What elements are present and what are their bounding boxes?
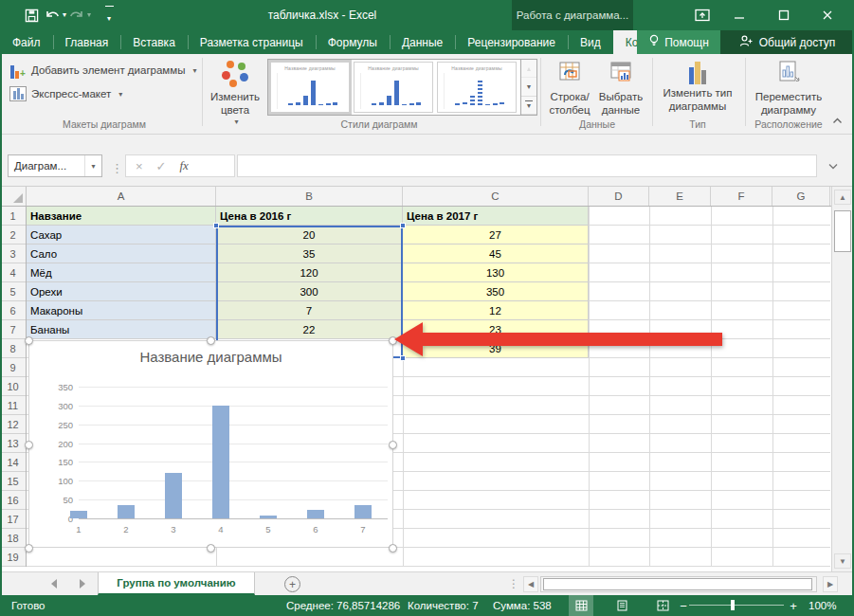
view-normal-icon[interactable]: [569, 595, 593, 616]
close-button[interactable]: [811, 0, 844, 30]
row-header-8[interactable]: 8: [0, 339, 26, 358]
view-page-layout-icon[interactable]: [609, 595, 634, 616]
row-header-1[interactable]: 1: [0, 207, 26, 226]
cell-C2[interactable]: 27: [403, 226, 589, 245]
row-header-12[interactable]: 12: [0, 415, 26, 434]
chart-bar-5[interactable]: [260, 516, 277, 518]
chart-resize-handle-1[interactable]: [207, 336, 215, 345]
row-header-17[interactable]: 17: [0, 510, 26, 529]
row-header-16[interactable]: 16: [0, 491, 26, 510]
redo-icon[interactable]: [66, 6, 87, 25]
column-header-A[interactable]: A: [27, 187, 216, 206]
hscroll-left-icon[interactable]: ◀: [523, 576, 538, 592]
cell-C6[interactable]: 12: [403, 301, 589, 320]
tab-Формулы[interactable]: Формулы: [316, 30, 390, 54]
zoom-slider-thumb[interactable]: [731, 600, 735, 610]
redo-dropdown-caret[interactable]: ▾: [87, 11, 91, 19]
chart-resize-handle-3[interactable]: [25, 441, 33, 449]
scroll-up-icon[interactable]: ▲: [834, 190, 851, 205]
move-chart-button[interactable]: Переместить диаграмму: [751, 60, 827, 117]
cell-A5[interactable]: Орехи: [27, 282, 216, 301]
row-header-6[interactable]: 6: [0, 301, 26, 320]
chart-bar-2[interactable]: [118, 505, 135, 518]
scroll-down-icon[interactable]: ▼: [834, 553, 851, 569]
tab-Рецензирование[interactable]: Рецензирование: [455, 30, 568, 54]
change-colors-button[interactable]: Изменить цвета: [205, 60, 265, 126]
sheet-tab-active[interactable]: Группа по умолчанию: [98, 572, 255, 595]
chart-style-thumbnail-style-3[interactable]: Название диаграммы: [435, 60, 518, 115]
chart-title[interactable]: Название диаграммы: [29, 349, 392, 365]
column-header-E[interactable]: E: [649, 187, 711, 206]
row-header-18[interactable]: 18: [0, 529, 26, 548]
row-header-5[interactable]: 5: [0, 282, 26, 301]
tab-Вставка[interactable]: Вставка: [120, 30, 188, 54]
formula-bar-expand-icon[interactable]: [823, 154, 844, 177]
gallery-scroll-up-icon[interactable]: ▲: [521, 60, 536, 78]
gallery-more-icon[interactable]: ▼: [521, 97, 536, 115]
column-header-G[interactable]: G: [772, 187, 830, 206]
customize-qat-icon[interactable]: ▾: [99, 6, 119, 25]
chart-resize-handle-6[interactable]: [207, 544, 215, 553]
zoom-out-icon[interactable]: −: [677, 595, 690, 616]
cell-C3[interactable]: 45: [403, 245, 589, 263]
tab-Вид[interactable]: Вид: [568, 30, 613, 54]
cell-A1[interactable]: Навзание: [27, 207, 216, 226]
undo-icon[interactable]: [42, 6, 63, 25]
switch-row-column-button[interactable]: Строка/ столбец: [546, 60, 593, 117]
tab-Данные[interactable]: Данные: [390, 30, 455, 54]
name-box[interactable]: Диаграм... ▾: [8, 154, 102, 177]
chart-resize-handle-0[interactable]: [25, 336, 33, 345]
name-box-caret-icon[interactable]: ▾: [84, 155, 101, 176]
chart-bar-4[interactable]: [212, 406, 229, 518]
cell-A3[interactable]: Сало: [27, 245, 216, 263]
zoom-in-icon[interactable]: +: [787, 595, 800, 616]
row-header-19[interactable]: 19: [0, 548, 26, 567]
minimize-button[interactable]: [723, 0, 755, 30]
zoom-slider[interactable]: [689, 605, 784, 606]
tab-Разметка страницы[interactable]: Разметка страницы: [188, 30, 316, 54]
row-header-15[interactable]: 15: [0, 472, 26, 491]
confirm-entry-icon[interactable]: ✓: [156, 159, 167, 173]
chart-resize-handle-4[interactable]: [389, 441, 397, 449]
cell-C5[interactable]: 350: [403, 282, 589, 301]
row-header-13[interactable]: 13: [0, 434, 26, 453]
row-header-11[interactable]: 11: [0, 396, 26, 415]
hscroll-drag-dots[interactable]: ⋮: [508, 577, 519, 590]
column-header-C[interactable]: C: [403, 187, 589, 206]
zoom-level[interactable]: 100%: [809, 595, 836, 616]
add-chart-element-button[interactable]: + Добавить элемент диаграммы: [9, 62, 196, 79]
sheet-nav-left-icon[interactable]: [51, 579, 57, 589]
sheet-nav-right-icon[interactable]: [80, 579, 85, 589]
hscroll-right-icon[interactable]: ▶: [823, 576, 838, 592]
row-header-10[interactable]: 10: [0, 377, 26, 396]
cell-A4[interactable]: Мёд: [27, 263, 216, 282]
vertical-scroll-thumb[interactable]: [834, 210, 851, 252]
vertical-scrollbar[interactable]: ▲ ▼: [831, 187, 852, 571]
insert-function-icon[interactable]: fx: [180, 158, 189, 173]
chart-resize-handle-5[interactable]: [25, 544, 33, 553]
ribbon-display-options-icon[interactable]: [686, 0, 718, 30]
tab-Главная[interactable]: Главная: [53, 30, 121, 54]
row-header-14[interactable]: 14: [0, 453, 26, 472]
cell-C1[interactable]: Цена в 2017 г: [403, 207, 589, 226]
row-header-4[interactable]: 4: [0, 263, 26, 282]
cancel-entry-icon[interactable]: ×: [136, 159, 143, 173]
cell-A6[interactable]: Макароны: [27, 301, 216, 320]
maximize-button[interactable]: [768, 0, 800, 30]
change-chart-type-button[interactable]: Изменить тип диаграммы: [658, 60, 737, 114]
column-header-D[interactable]: D: [589, 187, 649, 206]
range-handle-top-left[interactable]: [213, 223, 219, 228]
chart-bar-3[interactable]: [165, 473, 182, 518]
cell-B1[interactable]: Цена в 2016 г: [216, 207, 403, 226]
cell-C4[interactable]: 130: [403, 263, 589, 282]
column-header-F[interactable]: F: [711, 187, 772, 206]
tell-me-help[interactable]: Помощн: [637, 30, 720, 54]
horizontal-scroll-thumb[interactable]: [543, 578, 812, 590]
chart-bar-6[interactable]: [307, 510, 324, 518]
chart-bar-7[interactable]: [354, 505, 372, 518]
chart-bar-1[interactable]: [70, 511, 87, 518]
chart-resize-handle-7[interactable]: [389, 544, 397, 553]
row-header-2[interactable]: 2: [0, 226, 26, 245]
row-header-9[interactable]: 9: [0, 358, 26, 377]
select-data-button[interactable]: Выбрать данные: [595, 60, 646, 117]
